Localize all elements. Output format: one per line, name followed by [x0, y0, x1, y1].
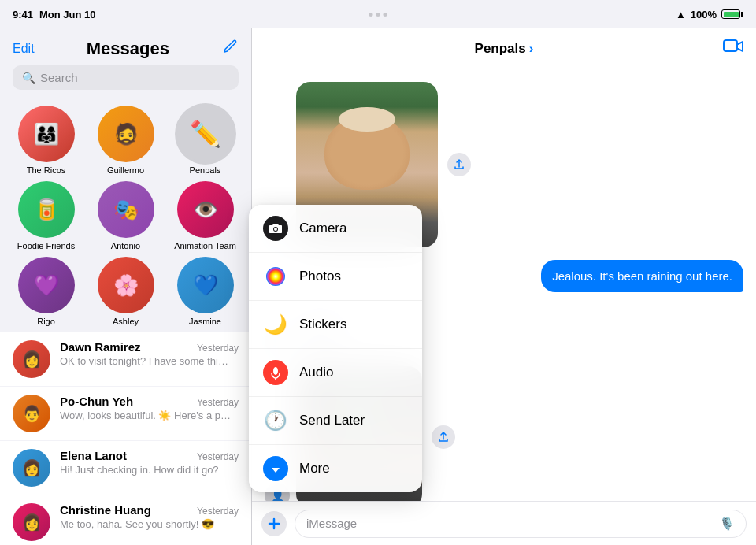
status-time: 9:41 — [13, 9, 33, 20]
popup-item-photos[interactable]: Photos — [249, 253, 422, 301]
chat-item-po[interactable]: 👨 Po-Chun Yeh Yesterday Wow, looks beaut… — [0, 387, 251, 441]
popup-label-send-later: Send Later — [299, 413, 365, 428]
label-jasmine: Jasmine — [189, 317, 221, 326]
avatar-guillermo: 🧔 — [98, 106, 154, 162]
avatar-antonio: 🎭 — [98, 181, 154, 238]
sidebar-title-row: Edit Messages — [13, 38, 239, 59]
chat-content-elena: Elena Lanot Yesterday Hi! Just checking … — [60, 449, 239, 476]
battery-icon — [721, 9, 743, 19]
chat-name-dawn: Dawn Ramirez — [60, 340, 141, 354]
label-penpals: Penpals — [190, 165, 221, 175]
popup-item-send-later[interactable]: 🕐 Send Later — [249, 397, 422, 445]
popup-item-stickers[interactable]: 🌙 Stickers — [249, 301, 422, 349]
avatar-elena: 👩 — [13, 449, 50, 487]
label-ashley: Ashley — [113, 317, 139, 326]
more-icon — [263, 456, 288, 481]
chat-list: 👩 Dawn Ramirez Yesterday OK to visit ton… — [0, 332, 251, 545]
svg-point-2 — [274, 228, 277, 231]
popup-item-camera[interactable]: Camera — [249, 205, 422, 253]
share-button-2[interactable] — [432, 425, 455, 449]
plus-button[interactable] — [261, 511, 287, 536]
search-bar[interactable]: 🔍 Search — [13, 65, 239, 90]
status-bar: 9:41 Mon Jun 10 ▲ 100% — [0, 0, 756, 28]
avatar-jasmine: 💙 — [177, 257, 234, 313]
chat-item-christine[interactable]: 👩 Christine Huang Yesterday Me too, haha… — [0, 495, 251, 545]
chat-item-dawn[interactable]: 👩 Dawn Ramirez Yesterday OK to visit ton… — [0, 332, 251, 387]
imessage-input[interactable]: iMessage 🎙️ — [295, 510, 747, 538]
avatar-foodie: 🥫 — [18, 181, 75, 238]
chat-content-dawn: Dawn Ramirez Yesterday OK to visit tonig… — [60, 340, 239, 367]
pinned-item-rigo[interactable]: 💜 Rigo — [12, 257, 81, 326]
status-bar-dots — [369, 0, 387, 28]
label-antonio: Antonio — [111, 241, 140, 250]
chat-name-po: Po-Chun Yeh — [60, 395, 133, 408]
battery-percent: 100% — [691, 9, 717, 20]
avatar-christine: 👩 — [13, 503, 50, 541]
edit-button[interactable]: Edit — [13, 42, 35, 56]
dot-1 — [369, 13, 373, 17]
popup-label-camera: Camera — [299, 221, 346, 236]
avatar-po: 👨 — [13, 395, 50, 432]
search-placeholder: Search — [40, 71, 78, 84]
chat-preview-dawn: OK to visit tonight? I have some things … — [60, 355, 233, 367]
popup-item-audio[interactable]: Audio — [249, 349, 422, 397]
avatar-rigo: 💜 — [18, 257, 75, 313]
label-rigo: Rigo — [37, 317, 55, 326]
pinned-item-animation[interactable]: 👁️ Animation Team — [171, 181, 240, 250]
send-later-icon: 🕐 — [263, 408, 288, 433]
chat-title-chevron: › — [529, 41, 534, 57]
popup-label-photos: Photos — [299, 269, 341, 284]
chat-preview-christine: Me too, haha. See you shortly! 😎 — [60, 518, 233, 530]
dot-3 — [384, 13, 387, 17]
pinned-row-3: 💜 Rigo 🌸 Ashley 💙 Jasmine — [0, 254, 251, 329]
audio-icon — [263, 360, 288, 385]
avatar-ricos: 👨‍👩‍👧 — [18, 106, 75, 162]
chat-name-christine: Christine Huang — [60, 503, 151, 517]
popup-label-stickers: Stickers — [299, 317, 346, 332]
pinned-item-foodie[interactable]: 🥫 Foodie Friends — [12, 181, 81, 250]
avatar-animation: 👁️ — [177, 181, 234, 238]
pinned-item-ricos[interactable]: 👨‍👩‍👧 The Ricos — [12, 106, 81, 175]
chat-item-elena[interactable]: 👩 Elena Lanot Yesterday Hi! Just checkin… — [0, 441, 251, 495]
share-button-1[interactable] — [447, 153, 471, 176]
chat-content-christine: Christine Huang Yesterday Me too, haha. … — [60, 503, 239, 530]
mic-button[interactable]: 🎙️ — [719, 516, 735, 531]
pinned-item-jasmine[interactable]: 💙 Jasmine — [171, 257, 240, 326]
chat-preview-elena: Hi! Just checking in. How did it go? — [60, 464, 233, 476]
status-bar-left: 9:41 Mon Jun 10 — [13, 9, 96, 20]
stickers-icon: 🌙 — [263, 312, 288, 337]
avatar-ashley: 🌸 — [98, 257, 154, 313]
pinned-item-ashley[interactable]: 🌸 Ashley — [91, 257, 161, 326]
compose-button[interactable] — [221, 38, 239, 59]
label-foodie: Foodie Friends — [17, 241, 75, 250]
pinned-row-1: 👨‍👩‍👧 The Ricos 🧔 Guillermo ✏️ Pe — [0, 102, 251, 178]
chat-time-christine: Yesterday — [197, 506, 239, 517]
avatar-penpals: ✏️ — [177, 106, 234, 162]
status-bar-right: ▲ 100% — [676, 9, 743, 20]
chat-preview-po: Wow, looks beautiful. ☀️ Here's a photo … — [60, 410, 233, 421]
status-day: Mon Jun 10 — [39, 9, 96, 20]
label-guillermo: Guillermo — [107, 165, 144, 175]
camera-icon — [263, 216, 288, 241]
pinned-item-penpals[interactable]: ✏️ Penpals — [171, 106, 240, 175]
chat-time-po: Yesterday — [197, 397, 239, 408]
pinned-row-2: 🥫 Foodie Friends 🎭 Antonio 👁️ Anim — [0, 178, 251, 254]
svg-rect-0 — [724, 40, 737, 51]
bubble-outgoing-1: Jealous. It's been raining out here. — [541, 260, 743, 292]
svg-point-4 — [273, 367, 278, 375]
pinned-contacts: 👨‍👩‍👧 The Ricos 🧔 Guillermo ✏️ Pe — [0, 96, 251, 332]
input-bar: iMessage 🎙️ — [252, 501, 756, 545]
chat-time-elena: Yesterday — [197, 451, 239, 462]
imessage-placeholder: iMessage — [306, 517, 357, 530]
pinned-item-antonio[interactable]: 🎭 Antonio — [91, 181, 161, 250]
chat-main-title[interactable]: Penpals › — [475, 41, 534, 57]
chat-content-po: Po-Chun Yeh Yesterday Wow, looks beautif… — [60, 395, 239, 421]
pinned-item-guillermo[interactable]: 🧔 Guillermo — [91, 106, 161, 175]
popup-item-more[interactable]: More — [249, 445, 422, 492]
label-animation: Animation Team — [174, 241, 236, 250]
chat-title-text: Penpals — [475, 41, 526, 57]
video-call-button[interactable] — [723, 39, 743, 58]
dot-2 — [376, 13, 380, 17]
sidebar-header: Edit Messages 🔍 Search — [0, 28, 251, 96]
chat-main-header: Penpals › — [252, 28, 756, 69]
